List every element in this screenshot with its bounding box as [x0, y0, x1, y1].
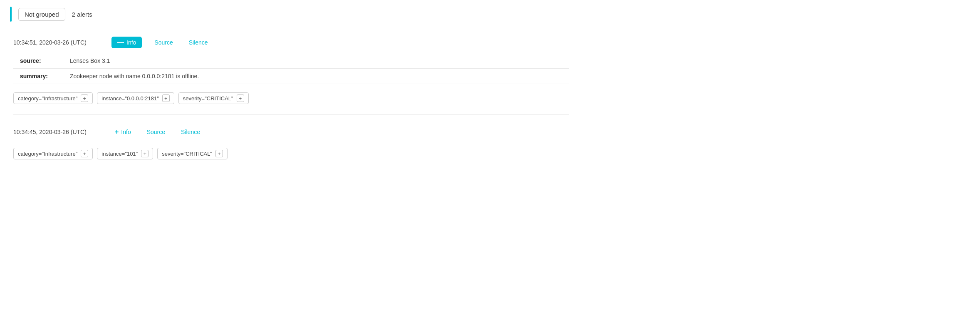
tag-badge: severity="CRITICAL" +: [157, 148, 228, 159]
tag-add-button[interactable]: +: [215, 150, 223, 157]
source-label: Source: [154, 39, 173, 46]
silence-button[interactable]: Silence: [175, 126, 203, 138]
tag-text: severity="CRITICAL": [183, 95, 233, 102]
tag-badge: instance="101" +: [97, 148, 153, 159]
tag-text: severity="CRITICAL": [162, 151, 212, 157]
header-bar: Not grouped 2 alerts: [13, 7, 569, 22]
tag-add-button[interactable]: +: [141, 150, 148, 157]
silence-label: Silence: [189, 39, 208, 46]
tag-badge: category="Infrastructure" +: [13, 148, 93, 159]
detail-value: Zookeeper node with name 0.0.0.0:2181 is…: [63, 69, 569, 84]
detail-row: summary: Zookeeper node with name 0.0.0.…: [13, 69, 569, 84]
plus-icon: +: [115, 129, 119, 135]
page-container: Not grouped 2 alerts 10:34:51, 2020-03-2…: [0, 0, 582, 176]
detail-label: source:: [13, 53, 63, 69]
alert-header: 10:34:51, 2020-03-26 (UTC) — Info Source: [13, 32, 569, 53]
source-button[interactable]: Source: [141, 126, 168, 138]
alert-timestamp: 10:34:45, 2020-03-26 (UTC): [13, 129, 105, 135]
not-grouped-button[interactable]: Not grouped: [18, 8, 65, 21]
info-label: Info: [121, 129, 131, 135]
detail-table: source: Lenses Box 3.1 summary: Zookeepe…: [13, 53, 569, 84]
source-button[interactable]: Source: [148, 37, 176, 48]
alert-item: 10:34:45, 2020-03-26 (UTC) + Info Source: [13, 121, 569, 166]
alerts-count-label: 2 alerts: [72, 11, 92, 18]
tag-text: category="Infrastructure": [18, 151, 77, 157]
section-divider: [13, 114, 569, 114]
tag-badge: category="Infrastructure" +: [13, 92, 93, 104]
tag-add-button[interactable]: +: [237, 94, 244, 102]
tag-add-button[interactable]: +: [162, 94, 170, 102]
tag-add-button[interactable]: +: [81, 150, 88, 157]
tags-row: category="Infrastructure" + instance="0.…: [13, 87, 569, 111]
tag-text: instance="0.0.0.0:2181": [101, 95, 159, 102]
tag-add-button[interactable]: +: [81, 94, 88, 102]
tags-row: category="Infrastructure" + instance="10…: [13, 143, 569, 166]
detail-value: Lenses Box 3.1: [63, 53, 569, 69]
source-label: Source: [147, 129, 165, 135]
silence-label: Silence: [181, 129, 200, 135]
tag-badge: instance="0.0.0.0:2181" +: [97, 92, 174, 104]
minus-icon: —: [117, 39, 124, 46]
alert-item: 10:34:51, 2020-03-26 (UTC) — Info Source: [13, 32, 569, 111]
tag-badge: severity="CRITICAL" +: [178, 92, 249, 104]
detail-row: source: Lenses Box 3.1: [13, 53, 569, 69]
tag-text: category="Infrastructure": [18, 95, 77, 102]
info-inactive-button[interactable]: + Info: [111, 126, 134, 138]
tag-text: instance="101": [101, 151, 138, 157]
silence-button[interactable]: Silence: [183, 37, 211, 48]
alert-timestamp: 10:34:51, 2020-03-26 (UTC): [13, 39, 105, 46]
info-label: Info: [126, 39, 136, 46]
detail-label: summary:: [13, 69, 63, 84]
left-accent-bar: [10, 7, 12, 22]
alert-header: 10:34:45, 2020-03-26 (UTC) + Info Source: [13, 121, 569, 143]
info-active-button[interactable]: — Info: [111, 37, 142, 48]
